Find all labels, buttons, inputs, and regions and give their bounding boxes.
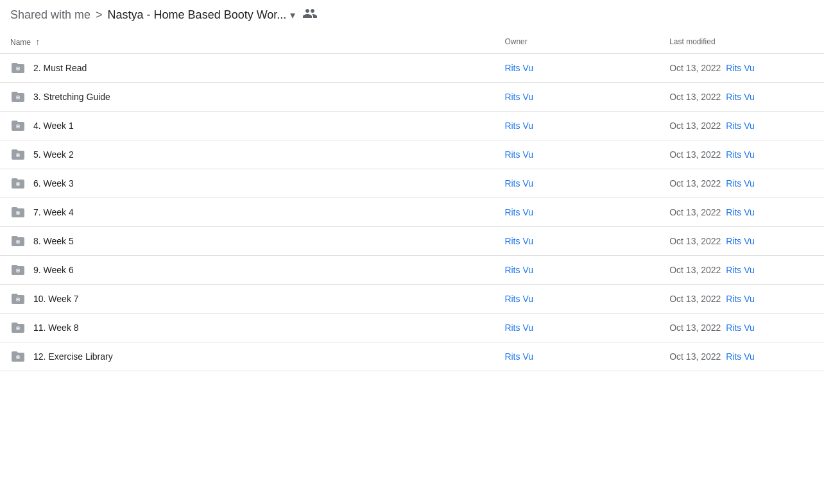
name-cell-7: 8. Week 5 [0, 227, 494, 256]
table-row[interactable]: 7. Week 4 Rits VuOct 13, 2022 Rits Vu [0, 198, 824, 227]
file-name: 11. Week 8 [33, 323, 79, 333]
shared-folder-icon [10, 320, 26, 335]
shared-folder-icon [10, 349, 26, 364]
file-name: 8. Week 5 [33, 236, 74, 246]
shared-folder-icon [10, 118, 26, 133]
table-row[interactable]: 11. Week 8 Rits VuOct 13, 2022 Rits Vu [0, 314, 824, 342]
table-row[interactable]: 5. Week 2 Rits VuOct 13, 2022 Rits Vu [0, 140, 824, 169]
modified-cell-2: Oct 13, 2022 Rits Vu [659, 83, 824, 112]
file-name: 4. Week 1 [33, 121, 74, 131]
file-name: 2. Must Read [33, 63, 87, 73]
breadcrumb: Shared with me > Nastya - Home Based Boo… [0, 0, 824, 30]
breadcrumb-shared-link[interactable]: Shared with me [10, 8, 90, 22]
file-name: 5. Week 2 [33, 149, 74, 160]
people-icon [303, 8, 317, 22]
name-cell-9: 10. Week 7 [0, 285, 494, 314]
modified-by: Rits Vu [726, 236, 755, 246]
owner-cell-10: Rits Vu [494, 314, 659, 342]
owner-cell-9: Rits Vu [494, 285, 659, 314]
shared-folder-icon [10, 291, 26, 307]
table-row[interactable]: 12. Exercise Library Rits VuOct 13, 2022… [0, 342, 824, 371]
breadcrumb-current-folder: Nastya - Home Based Booty Wor... ▾ [108, 8, 296, 22]
modified-cell-4: Oct 13, 2022 Rits Vu [659, 140, 824, 169]
table-row[interactable]: 4. Week 1 Rits VuOct 13, 2022 Rits Vu [0, 112, 824, 140]
owner-cell-6: Rits Vu [494, 198, 659, 227]
table-row[interactable]: 3. Stretching Guide Rits VuOct 13, 2022 … [0, 83, 824, 112]
modified-cell-8: Oct 13, 2022 Rits Vu [659, 256, 824, 285]
modified-by: Rits Vu [726, 178, 755, 189]
shared-folder-icon [10, 233, 26, 249]
owner-cell-11: Rits Vu [494, 342, 659, 371]
name-cell-3: 4. Week 1 [0, 112, 494, 140]
modified-cell-10: Oct 13, 2022 Rits Vu [659, 314, 824, 342]
table-row[interactable]: 2. Must Read Rits VuOct 13, 2022 Rits Vu [0, 54, 824, 83]
file-name: 3. Stretching Guide [33, 92, 110, 102]
owner-cell-8: Rits Vu [494, 256, 659, 285]
shared-folder-icon [10, 147, 26, 162]
owner-cell-7: Rits Vu [494, 227, 659, 256]
column-header-modified[interactable]: Last modified [659, 30, 824, 54]
breadcrumb-folder-name: Nastya - Home Based Booty Wor... [108, 8, 287, 22]
modified-by: Rits Vu [726, 265, 755, 275]
file-name: 12. Exercise Library [33, 351, 113, 362]
owner-cell-1: Rits Vu [494, 54, 659, 83]
modified-cell-3: Oct 13, 2022 Rits Vu [659, 112, 824, 140]
shared-folder-icon [10, 60, 26, 76]
file-name: 7. Week 4 [33, 207, 74, 217]
name-cell-5: 6. Week 3 [0, 169, 494, 198]
modified-cell-5: Oct 13, 2022 Rits Vu [659, 169, 824, 198]
modified-by: Rits Vu [726, 351, 755, 362]
breadcrumb-separator: > [96, 8, 103, 22]
table-row[interactable]: 6. Week 3 Rits VuOct 13, 2022 Rits Vu [0, 169, 824, 198]
shared-folder-icon [10, 205, 26, 220]
modified-cell-9: Oct 13, 2022 Rits Vu [659, 285, 824, 314]
modified-cell-11: Oct 13, 2022 Rits Vu [659, 342, 824, 371]
modified-cell-1: Oct 13, 2022 Rits Vu [659, 54, 824, 83]
name-cell-4: 5. Week 2 [0, 140, 494, 169]
owner-cell-3: Rits Vu [494, 112, 659, 140]
shared-folder-icon [10, 89, 26, 105]
modified-by: Rits Vu [726, 121, 755, 131]
modified-by: Rits Vu [726, 149, 755, 160]
table-header-row: Name ↑ Owner Last modified [0, 30, 824, 54]
shared-folder-icon [10, 262, 26, 278]
file-table: Name ↑ Owner Last modified 2. Must Read … [0, 30, 824, 371]
table-row[interactable]: 10. Week 7 Rits VuOct 13, 2022 Rits Vu [0, 285, 824, 314]
sort-icon: ↑ [35, 37, 40, 47]
name-cell-8: 9. Week 6 [0, 256, 494, 285]
modified-by: Rits Vu [726, 294, 755, 304]
name-cell-2: 3. Stretching Guide [0, 83, 494, 112]
column-header-owner[interactable]: Owner [494, 30, 659, 54]
owner-cell-4: Rits Vu [494, 140, 659, 169]
table-row[interactable]: 8. Week 5 Rits VuOct 13, 2022 Rits Vu [0, 227, 824, 256]
name-cell-1: 2. Must Read [0, 54, 494, 83]
owner-cell-2: Rits Vu [494, 83, 659, 112]
table-row[interactable]: 9. Week 6 Rits VuOct 13, 2022 Rits Vu [0, 256, 824, 285]
name-cell-11: 12. Exercise Library [0, 342, 494, 371]
column-header-name[interactable]: Name ↑ [0, 30, 494, 54]
file-name: 10. Week 7 [33, 294, 79, 304]
owner-cell-5: Rits Vu [494, 169, 659, 198]
modified-by: Rits Vu [726, 323, 755, 333]
shared-folder-icon [10, 176, 26, 191]
breadcrumb-dropdown-icon[interactable]: ▾ [290, 9, 295, 21]
modified-cell-6: Oct 13, 2022 Rits Vu [659, 198, 824, 227]
name-cell-6: 7. Week 4 [0, 198, 494, 227]
name-cell-10: 11. Week 8 [0, 314, 494, 342]
file-name: 9. Week 6 [33, 265, 74, 275]
modified-by: Rits Vu [726, 207, 755, 217]
modified-by: Rits Vu [726, 63, 755, 73]
file-name: 6. Week 3 [33, 178, 74, 189]
modified-cell-7: Oct 13, 2022 Rits Vu [659, 227, 824, 256]
modified-by: Rits Vu [726, 92, 755, 102]
